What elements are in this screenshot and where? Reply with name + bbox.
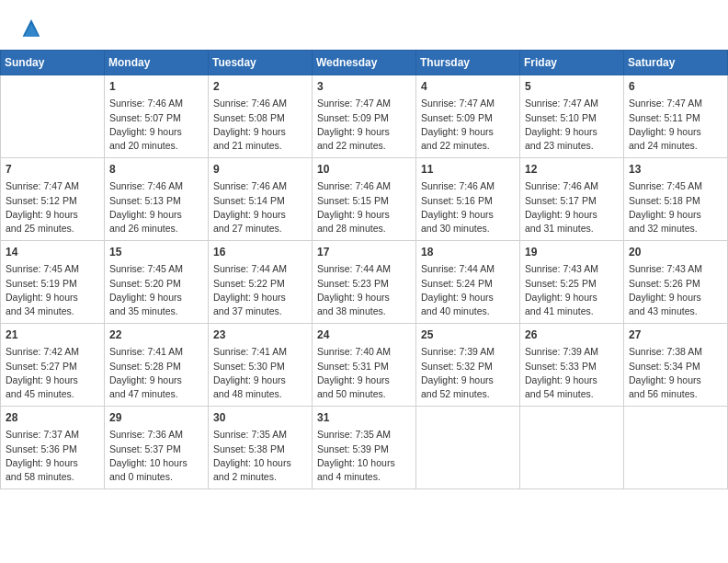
calendar-cell: 17Sunrise: 7:44 AMSunset: 5:23 PMDayligh… [313,241,416,324]
weekday-header-sunday: Sunday [1,51,105,75]
day-info: Sunrise: 7:46 AMSunset: 5:08 PMDaylight:… [213,97,307,153]
header [0,0,728,50]
calendar-cell: 29Sunrise: 7:36 AMSunset: 5:37 PMDayligh… [105,407,209,489]
calendar-cell: 7Sunrise: 7:47 AMSunset: 5:12 PMDaylight… [1,158,105,241]
calendar-cell: 25Sunrise: 7:39 AMSunset: 5:32 PMDayligh… [416,324,520,407]
day-number: 20 [629,245,722,260]
day-info: Sunrise: 7:41 AMSunset: 5:30 PMDaylight:… [213,345,307,401]
calendar-cell: 22Sunrise: 7:41 AMSunset: 5:28 PMDayligh… [105,324,209,407]
day-info: Sunrise: 7:45 AMSunset: 5:19 PMDaylight:… [6,262,99,318]
calendar-cell: 5Sunrise: 7:47 AMSunset: 5:10 PMDaylight… [520,75,624,158]
day-number: 19 [525,245,619,260]
weekday-header-tuesday: Tuesday [209,51,313,75]
calendar-week-row: 28Sunrise: 7:37 AMSunset: 5:36 PMDayligh… [1,407,728,489]
calendar-cell: 20Sunrise: 7:43 AMSunset: 5:26 PMDayligh… [624,241,728,324]
day-info: Sunrise: 7:41 AMSunset: 5:28 PMDaylight:… [109,345,203,401]
day-number: 8 [109,162,203,178]
day-number: 30 [213,410,307,426]
day-number: 16 [213,245,307,260]
calendar-table: SundayMondayTuesdayWednesdayThursdayFrid… [0,50,728,489]
day-number: 3 [317,79,411,95]
day-number: 11 [421,162,515,178]
calendar-cell: 30Sunrise: 7:35 AMSunset: 5:38 PMDayligh… [209,407,313,489]
weekday-header-friday: Friday [520,51,624,75]
calendar-cell: 16Sunrise: 7:44 AMSunset: 5:22 PMDayligh… [209,241,313,324]
calendar-week-row: 1Sunrise: 7:46 AMSunset: 5:07 PMDaylight… [1,75,728,158]
day-info: Sunrise: 7:42 AMSunset: 5:27 PMDaylight:… [6,345,99,401]
page: SundayMondayTuesdayWednesdayThursdayFrid… [0,0,728,563]
day-info: Sunrise: 7:39 AMSunset: 5:32 PMDaylight:… [421,345,515,401]
day-number: 22 [109,327,203,343]
day-number: 18 [421,245,515,260]
day-info: Sunrise: 7:47 AMSunset: 5:10 PMDaylight:… [525,97,619,153]
calendar-cell: 11Sunrise: 7:46 AMSunset: 5:16 PMDayligh… [416,158,520,241]
day-info: Sunrise: 7:35 AMSunset: 5:39 PMDaylight:… [317,428,411,484]
calendar-cell: 8Sunrise: 7:46 AMSunset: 5:13 PMDaylight… [105,158,209,241]
calendar-cell: 31Sunrise: 7:35 AMSunset: 5:39 PMDayligh… [313,407,416,489]
day-info: Sunrise: 7:43 AMSunset: 5:25 PMDaylight:… [525,262,619,318]
weekday-header-wednesday: Wednesday [313,51,416,75]
day-info: Sunrise: 7:36 AMSunset: 5:37 PMDaylight:… [109,428,203,484]
calendar-body: 1Sunrise: 7:46 AMSunset: 5:07 PMDaylight… [1,75,728,489]
day-info: Sunrise: 7:47 AMSunset: 5:09 PMDaylight:… [421,97,515,153]
calendar-week-row: 14Sunrise: 7:45 AMSunset: 5:19 PMDayligh… [1,241,728,324]
day-number: 25 [421,327,515,343]
calendar-cell: 26Sunrise: 7:39 AMSunset: 5:33 PMDayligh… [520,324,624,407]
day-info: Sunrise: 7:39 AMSunset: 5:33 PMDaylight:… [525,345,619,401]
day-info: Sunrise: 7:38 AMSunset: 5:34 PMDaylight:… [629,345,722,401]
weekday-header-row: SundayMondayTuesdayWednesdayThursdayFrid… [1,51,728,75]
day-number: 5 [525,79,619,95]
calendar-cell: 19Sunrise: 7:43 AMSunset: 5:25 PMDayligh… [520,241,624,324]
day-number: 2 [213,79,307,95]
day-info: Sunrise: 7:37 AMSunset: 5:36 PMDaylight:… [6,428,99,484]
calendar-cell: 12Sunrise: 7:46 AMSunset: 5:17 PMDayligh… [520,158,624,241]
day-number: 26 [525,327,619,343]
calendar-cell: 28Sunrise: 7:37 AMSunset: 5:36 PMDayligh… [1,407,105,489]
calendar-cell: 1Sunrise: 7:46 AMSunset: 5:07 PMDaylight… [105,75,209,158]
calendar-cell: 18Sunrise: 7:44 AMSunset: 5:24 PMDayligh… [416,241,520,324]
calendar-cell [416,407,520,489]
calendar-cell [624,407,728,489]
day-number: 28 [6,410,99,426]
day-info: Sunrise: 7:44 AMSunset: 5:22 PMDaylight:… [213,262,307,318]
day-number: 23 [213,327,307,343]
calendar-cell: 14Sunrise: 7:45 AMSunset: 5:19 PMDayligh… [1,241,105,324]
day-info: Sunrise: 7:47 AMSunset: 5:11 PMDaylight:… [629,97,722,153]
weekday-header-monday: Monday [105,51,209,75]
day-number: 17 [317,245,411,260]
calendar-cell: 23Sunrise: 7:41 AMSunset: 5:30 PMDayligh… [209,324,313,407]
calendar-cell: 27Sunrise: 7:38 AMSunset: 5:34 PMDayligh… [624,324,728,407]
day-info: Sunrise: 7:40 AMSunset: 5:31 PMDaylight:… [317,345,411,401]
calendar-cell: 4Sunrise: 7:47 AMSunset: 5:09 PMDaylight… [416,75,520,158]
day-info: Sunrise: 7:46 AMSunset: 5:16 PMDaylight:… [421,179,515,236]
day-number: 31 [317,410,411,426]
calendar-cell: 21Sunrise: 7:42 AMSunset: 5:27 PMDayligh… [1,324,105,407]
day-number: 24 [317,327,411,343]
day-info: Sunrise: 7:47 AMSunset: 5:09 PMDaylight:… [317,97,411,153]
day-number: 7 [6,162,99,178]
day-number: 12 [525,162,619,178]
day-info: Sunrise: 7:44 AMSunset: 5:23 PMDaylight:… [317,262,411,318]
calendar-cell: 6Sunrise: 7:47 AMSunset: 5:11 PMDaylight… [624,75,728,158]
day-number: 27 [629,327,722,343]
day-info: Sunrise: 7:47 AMSunset: 5:12 PMDaylight:… [6,179,99,236]
day-number: 21 [6,327,99,343]
day-number: 29 [109,410,203,426]
day-number: 14 [6,245,99,260]
day-info: Sunrise: 7:46 AMSunset: 5:17 PMDaylight:… [525,179,619,236]
day-info: Sunrise: 7:43 AMSunset: 5:26 PMDaylight:… [629,262,722,318]
day-info: Sunrise: 7:45 AMSunset: 5:20 PMDaylight:… [109,262,203,318]
calendar-cell [1,75,105,158]
day-info: Sunrise: 7:46 AMSunset: 5:15 PMDaylight:… [317,179,411,236]
day-info: Sunrise: 7:46 AMSunset: 5:13 PMDaylight:… [109,179,203,236]
calendar-cell: 13Sunrise: 7:45 AMSunset: 5:18 PMDayligh… [624,158,728,241]
day-info: Sunrise: 7:45 AMSunset: 5:18 PMDaylight:… [629,179,722,236]
calendar-cell: 10Sunrise: 7:46 AMSunset: 5:15 PMDayligh… [313,158,416,241]
calendar-cell: 24Sunrise: 7:40 AMSunset: 5:31 PMDayligh… [313,324,416,407]
day-info: Sunrise: 7:46 AMSunset: 5:14 PMDaylight:… [213,179,307,236]
day-number: 6 [629,79,722,95]
day-number: 4 [421,79,515,95]
day-number: 9 [213,162,307,178]
calendar-cell: 9Sunrise: 7:46 AMSunset: 5:14 PMDaylight… [209,158,313,241]
calendar-cell: 2Sunrise: 7:46 AMSunset: 5:08 PMDaylight… [209,75,313,158]
